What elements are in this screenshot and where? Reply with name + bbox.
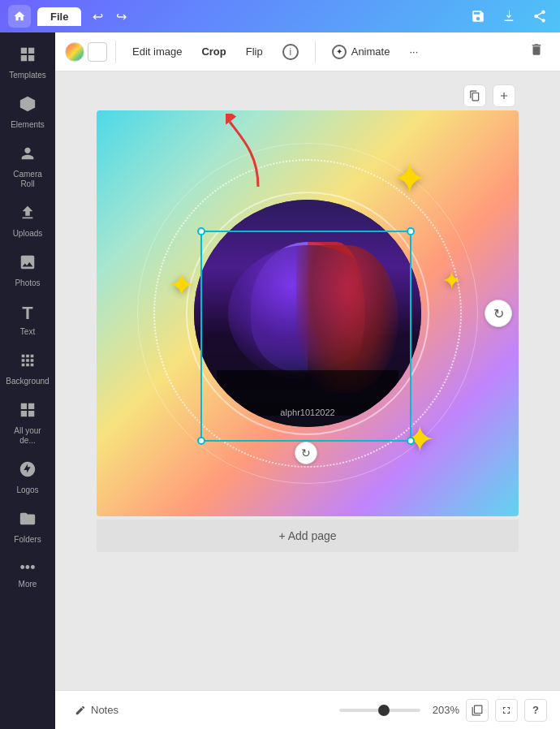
add-page-button[interactable]: + Add page [97, 520, 519, 552]
more-options-button[interactable]: ··· [401, 41, 426, 63]
more-label: More [19, 580, 37, 589]
delete-button[interactable] [523, 39, 550, 64]
elements-label: Elements [11, 120, 45, 130]
uploads-label: Uploads [13, 229, 43, 239]
sidebar-item-background[interactable]: Background [3, 345, 52, 393]
save-icon[interactable] [466, 4, 490, 28]
rotate-handle-bottom[interactable]: ↻ [295, 442, 317, 464]
download-icon[interactable] [497, 4, 521, 28]
more-icon: ••• [20, 559, 36, 576]
all-designs-icon [19, 401, 37, 423]
page-view-button[interactable] [466, 699, 489, 722]
help-button[interactable]: ? [524, 699, 547, 722]
camera-roll-icon [19, 145, 37, 166]
copy-frame-button[interactable] [463, 84, 486, 107]
all-designs-label: All your de... [6, 426, 49, 446]
logos-icon [19, 460, 37, 482]
zoom-thumb[interactable] [378, 705, 390, 716]
star-left: ✦ [168, 269, 196, 301]
sidebar-item-elements[interactable]: Elements [3, 88, 52, 136]
crop-button[interactable]: Crop [193, 41, 234, 63]
undo-button[interactable]: ↩ [88, 7, 108, 26]
elements-icon [19, 95, 37, 117]
rotate-handle-right[interactable]: ↻ [485, 300, 512, 327]
folders-label: Folders [14, 535, 41, 545]
file-tab[interactable]: File [37, 7, 81, 26]
canvas-wrapper: alphr1012022 ✦ ✦ ✦ ✦ ↻ [97, 84, 519, 552]
notes-button[interactable]: Notes [68, 701, 125, 719]
background-color-button[interactable] [88, 42, 107, 62]
logos-label: Logos [16, 485, 38, 495]
undo-redo-group: ↩ ↪ [88, 7, 131, 26]
color-palette-button[interactable] [65, 42, 84, 62]
text-icon: T [22, 303, 32, 324]
star-top: ✦ [392, 157, 428, 200]
top-bar: File ↩ ↪ [0, 0, 560, 32]
bottom-bar: Notes 203% ? [55, 690, 560, 729]
photos-label: Photos [15, 278, 40, 288]
sidebar-item-text[interactable]: T Text [3, 296, 52, 343]
edit-image-button[interactable]: Edit image [124, 41, 190, 63]
design-canvas[interactable]: alphr1012022 ✦ ✦ ✦ ✦ ↻ [97, 110, 519, 516]
handle-bottom-right[interactable] [407, 437, 415, 445]
selection-box[interactable]: ↻ [200, 231, 411, 442]
sidebar: Templates Elements Camera Roll Uploads P… [0, 32, 55, 729]
redo-button[interactable]: ↪ [111, 7, 131, 26]
zoom-percent: 203% [427, 704, 459, 716]
zoom-track[interactable] [339, 709, 420, 712]
fullscreen-button[interactable] [495, 699, 518, 722]
star-right: ✦ [442, 269, 462, 293]
handle-top-left[interactable] [197, 227, 205, 235]
sidebar-item-logos[interactable]: Logos [3, 454, 52, 502]
handle-bottom-left[interactable] [197, 437, 205, 445]
photos-icon [19, 253, 37, 275]
home-button[interactable] [8, 5, 31, 28]
background-label: Background [6, 377, 49, 386]
canvas-actions-row [97, 84, 519, 107]
text-label: Text [20, 327, 35, 337]
share-icon[interactable] [528, 4, 552, 28]
canvas-area: alphr1012022 ✦ ✦ ✦ ✦ ↻ [55, 71, 560, 690]
info-button[interactable]: i [274, 39, 307, 65]
sidebar-item-photos[interactable]: Photos [3, 247, 52, 295]
main-layout: Templates Elements Camera Roll Uploads P… [0, 32, 560, 729]
sidebar-item-more[interactable]: ••• More [3, 553, 52, 596]
uploads-icon [19, 204, 37, 226]
handle-top-right[interactable] [407, 227, 415, 235]
camera-roll-label: Camera Roll [6, 170, 49, 189]
add-frame-button[interactable] [493, 84, 515, 107]
content-area: Edit image Crop Flip i ✦ Animate ··· [55, 32, 560, 729]
sidebar-item-all-designs[interactable]: All your de... [3, 395, 52, 452]
toolbar-separator [115, 41, 116, 63]
flip-button[interactable]: Flip [238, 41, 271, 63]
templates-label: Templates [9, 71, 46, 80]
templates-icon [19, 45, 37, 67]
toolbar-separator-2 [315, 41, 316, 63]
zoom-slider [339, 709, 420, 712]
sidebar-item-folders[interactable]: Folders [3, 503, 52, 551]
sidebar-item-camera-roll[interactable]: Camera Roll [3, 138, 52, 196]
sidebar-item-uploads[interactable]: Uploads [3, 197, 52, 245]
toolbar: Edit image Crop Flip i ✦ Animate ··· [55, 32, 560, 71]
background-icon [19, 352, 37, 373]
animate-button[interactable]: ✦ Animate [324, 40, 398, 64]
sidebar-item-templates[interactable]: Templates [3, 39, 52, 87]
folders-icon [19, 510, 37, 532]
